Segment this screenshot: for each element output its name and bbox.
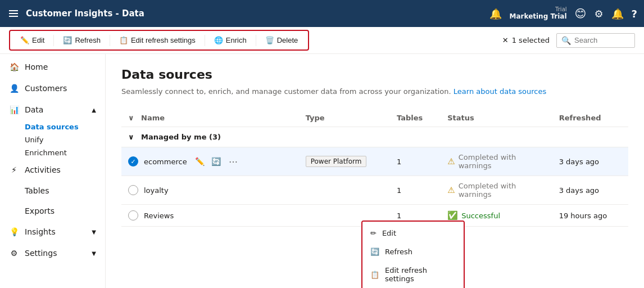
toolbar-action-group: ✏️ Edit 🔄 Refresh 📋 Edit refresh setting…	[9, 30, 309, 51]
row-ecommerce-tables-cell: 1	[390, 147, 441, 176]
context-menu-item-edit[interactable]: ✏️ Edit	[362, 224, 464, 242]
row-loyalty-status-cell: ⚠️ Completed with warnings	[441, 176, 552, 205]
delete-icon: 🗑️	[265, 36, 274, 44]
row-ecommerce-refreshed-cell: 3 days ago	[552, 147, 628, 176]
sidebar-item-home[interactable]: 🏠 Home	[0, 56, 105, 78]
nav-icons: 🔔 Trial Marketing Trial 😊 ⚙️ 🔔 ?	[489, 7, 637, 20]
delete-label: Delete	[277, 36, 298, 44]
sidebar-item-activities[interactable]: ⚡ Activities	[0, 159, 105, 181]
search-icon: 🔍	[561, 36, 571, 45]
edit-refresh-settings-button[interactable]: 📋 Edit refresh settings	[114, 33, 201, 47]
collapse-all-icon[interactable]: ∨	[128, 114, 134, 122]
body-wrap: 🏠 Home 👤 Customers 📊 Data ▲ Data sources…	[0, 54, 644, 288]
row-ecommerce-more-button[interactable]: ⋯	[225, 155, 241, 168]
selected-badge: ✕ 1 selected	[502, 36, 550, 44]
top-nav: Customer Insights - Data 🔔 Trial Marketi…	[0, 0, 644, 27]
close-icon[interactable]: ✕	[502, 36, 509, 44]
enrich-label: Enrich	[226, 36, 247, 44]
row-ecommerce-checkbox[interactable]: ✓	[128, 156, 138, 166]
edit-button[interactable]: ✏️ Edit	[15, 33, 50, 47]
sidebar-item-data[interactable]: 📊 Data ▲	[0, 99, 105, 120]
table-header-type: Type	[299, 109, 390, 127]
group-row-managed: ∨ Managed by me (3)	[121, 127, 628, 147]
settings-icon[interactable]: ⚙️	[594, 8, 603, 20]
page-description-text: Seamlessly connect to, enrich, and manag…	[121, 87, 453, 96]
notifications-icon[interactable]: 🔔	[489, 8, 502, 20]
row-ecommerce-edit-button[interactable]: ✏️	[193, 156, 207, 167]
row-loyalty-tables-cell: 1	[390, 176, 441, 205]
activities-icon: ⚡	[9, 165, 19, 175]
row-reviews-checkbox[interactable]	[128, 210, 138, 220]
row-ecommerce-name: ecommerce	[144, 158, 187, 166]
context-menu-item-edit-refresh-settings[interactable]: 📋 Edit refresh settings	[362, 261, 464, 288]
table-header-row: ∨ Name Type Tables Status Refreshed	[121, 109, 628, 127]
context-menu-item-refresh[interactable]: 🔄 Refresh	[362, 242, 464, 261]
row-reviews-status-text: Successful	[461, 212, 500, 220]
toolbar-separator-3	[205, 35, 205, 46]
row-ecommerce-status: ⚠️ Completed with warnings	[447, 153, 545, 170]
insights-chevron-icon: ▼	[92, 229, 96, 235]
delete-button[interactable]: 🗑️ Delete	[260, 33, 304, 47]
row-ecommerce-refresh-button[interactable]: 🔄	[209, 156, 223, 167]
learn-more-link[interactable]: Learn about data sources	[453, 87, 546, 96]
edit-refresh-settings-icon: 📋	[119, 36, 128, 44]
user-icon[interactable]: 😊	[575, 7, 587, 20]
group-collapse-icon[interactable]: ∨	[128, 133, 134, 141]
context-menu-wrapper: ✏️ Edit 🔄 Refresh 📋 Edit refresh setting…	[361, 220, 465, 288]
table-header-status: Status	[441, 109, 552, 127]
home-icon: 🏠	[9, 62, 19, 72]
sidebar-item-settings-label: Settings	[25, 249, 57, 258]
sidebar-item-enrichment-label: Enrichment	[25, 148, 67, 157]
sidebar-item-customers-label: Customers	[25, 84, 67, 93]
trial-label: Trial	[510, 7, 567, 12]
edit-label: Edit	[32, 36, 44, 44]
sidebar-item-exports-label: Exports	[25, 206, 55, 215]
search-box[interactable]: 🔍	[556, 33, 635, 48]
row-reviews-name: Reviews	[144, 212, 174, 220]
row-reviews-status: ✅ Successful	[447, 210, 545, 220]
sidebar-item-customers[interactable]: 👤 Customers	[0, 78, 105, 99]
enrich-button[interactable]: 🌐 Enrich	[208, 33, 252, 47]
edit-refresh-settings-label: Edit refresh settings	[131, 36, 196, 44]
sidebar-item-insights[interactable]: 💡 Insights ▼	[0, 221, 105, 242]
row-ecommerce-refreshed: 3 days ago	[559, 158, 599, 166]
group-label: ∨ Managed by me (3)	[121, 127, 628, 147]
sidebar-item-data-sources-label: Data sources	[25, 123, 79, 131]
trial-name: Marketing Trial	[510, 12, 567, 20]
sidebar-item-unify[interactable]: Unify	[0, 133, 105, 146]
warning-icon-2: ⚠️	[447, 185, 455, 195]
insights-icon: 💡	[9, 227, 19, 237]
row-loyalty-refreshed: 3 days ago	[559, 186, 599, 195]
data-icon: 📊	[9, 105, 19, 115]
table-row: ✓ ecommerce ✏️ 🔄 ⋯ Power Platform	[121, 147, 628, 176]
data-sources-table: ∨ Name Type Tables Status Refreshed ∨ Ma…	[121, 109, 628, 227]
row-loyalty-name: loyalty	[144, 186, 169, 195]
toolbar-separator-2	[110, 35, 110, 46]
sidebar-item-enrichment[interactable]: Enrichment	[0, 146, 105, 159]
row-reviews-refreshed-cell: 19 hours ago	[552, 205, 628, 227]
page-description: Seamlessly connect to, enrich, and manag…	[121, 87, 628, 96]
hamburger-button[interactable]	[7, 8, 20, 19]
sidebar-item-settings[interactable]: ⚙️ Settings ▼	[0, 242, 105, 264]
toolbar-right: ✕ 1 selected 🔍	[502, 33, 635, 48]
sidebar-item-tables[interactable]: Tables	[0, 181, 105, 201]
sidebar-item-data-sources[interactable]: Data sources	[0, 120, 105, 133]
context-edit-label: Edit	[382, 229, 396, 237]
sidebar: 🏠 Home 👤 Customers 📊 Data ▲ Data sources…	[0, 54, 106, 288]
row-loyalty-checkbox[interactable]	[128, 185, 138, 195]
settings-chevron-icon: ▼	[92, 250, 96, 256]
toolbar-separator-1	[53, 35, 54, 46]
help-icon[interactable]: ?	[632, 8, 637, 20]
enrich-icon: 🌐	[214, 36, 223, 44]
search-input[interactable]	[574, 36, 630, 44]
context-edit-refresh-settings-label: Edit refresh settings	[385, 266, 456, 283]
selected-count: 1 selected	[512, 36, 550, 44]
row-ecommerce-name-cell: ✓ ecommerce ✏️ 🔄 ⋯	[121, 147, 299, 176]
bell-icon[interactable]: 🔔	[611, 8, 624, 20]
refresh-button[interactable]: 🔄 Refresh	[57, 33, 106, 47]
sidebar-item-exports[interactable]: Exports	[0, 201, 105, 221]
table-header-tables: Tables	[390, 109, 441, 127]
row-ecommerce-type-cell: Power Platform	[299, 147, 390, 176]
table-header-refreshed: Refreshed	[552, 109, 628, 127]
table-row: loyalty 1 ⚠️ Completed with warnings	[121, 176, 628, 205]
